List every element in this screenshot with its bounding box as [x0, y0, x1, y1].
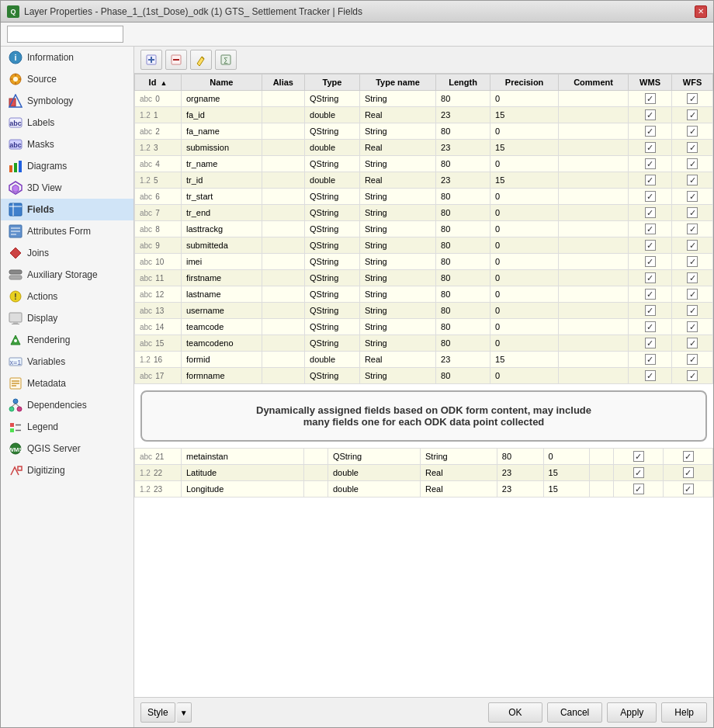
cell-wms[interactable]: ✓: [628, 237, 671, 254]
cell-wfs[interactable]: ✓: [672, 368, 713, 384]
cell-wms[interactable]: ✓: [628, 189, 671, 205]
sidebar-item-metadata[interactable]: Metadata: [1, 373, 133, 394]
calculator-button[interactable]: ∑: [215, 50, 237, 70]
sidebar-item-3dview[interactable]: 3D View: [1, 177, 133, 199]
cell-wms[interactable]: ✓: [628, 140, 671, 156]
sidebar-label-rendering: Rendering: [27, 335, 70, 345]
col-type[interactable]: Type: [305, 75, 360, 91]
cell-wfs[interactable]: ✓: [672, 237, 713, 254]
cell-precision: 0: [490, 123, 559, 140]
style-dropdown-button[interactable]: ▼: [177, 702, 192, 723]
cell-wms[interactable]: ✓: [614, 449, 664, 465]
cell-wms[interactable]: ✓: [628, 205, 671, 221]
cell-wms[interactable]: ✓: [628, 286, 671, 303]
sidebar-item-joins[interactable]: Joins: [1, 242, 133, 264]
cell-wms[interactable]: ✓: [628, 107, 671, 123]
cell-length: 80: [436, 123, 490, 140]
cell-wms[interactable]: ✓: [628, 335, 671, 352]
cell-wms[interactable]: ✓: [628, 303, 671, 319]
cell-wfs[interactable]: ✓: [664, 465, 713, 481]
sidebar-item-legend[interactable]: Legend: [1, 416, 133, 438]
cell-wfs[interactable]: ✓: [672, 172, 713, 189]
col-id[interactable]: Id ▲: [135, 75, 182, 91]
search-input[interactable]: [7, 26, 123, 43]
col-length[interactable]: Length: [436, 75, 490, 91]
cell-wfs[interactable]: ✓: [672, 286, 713, 303]
sidebar-item-masks[interactable]: abc Masks: [1, 133, 133, 155]
cell-wfs[interactable]: ✓: [672, 254, 713, 270]
col-wfs[interactable]: WFS: [672, 75, 713, 91]
sidebar-item-dependencies[interactable]: Dependencies: [1, 394, 133, 416]
delete-field-button[interactable]: [165, 50, 187, 70]
apply-button[interactable]: Apply: [607, 702, 657, 723]
edit-field-button[interactable]: [190, 50, 212, 70]
help-button[interactable]: Help: [661, 702, 707, 723]
cell-wfs[interactable]: ✓: [672, 123, 713, 140]
cell-wfs[interactable]: ✓: [672, 319, 713, 335]
sidebar-item-fields[interactable]: Fields: [1, 199, 133, 220]
sidebar-item-qgis-server[interactable]: WMS QGIS Server: [1, 438, 133, 459]
col-alias[interactable]: Alias: [262, 75, 304, 91]
cell-wms[interactable]: ✓: [628, 352, 671, 368]
cell-wfs[interactable]: ✓: [664, 481, 713, 497]
sidebar-item-diagrams[interactable]: Diagrams: [1, 155, 133, 177]
cell-alias: [262, 319, 304, 335]
cell-wfs[interactable]: ✓: [672, 156, 713, 172]
cancel-button[interactable]: Cancel: [547, 702, 602, 723]
cell-wms[interactable]: ✓: [628, 368, 671, 384]
cell-typename: Real: [359, 172, 435, 189]
col-typename[interactable]: Type name: [359, 75, 435, 91]
cell-wfs[interactable]: ✓: [672, 107, 713, 123]
cell-wfs[interactable]: ✓: [672, 303, 713, 319]
table-row: abc6 tr_start QString String 80 0 ✓ ✓: [135, 189, 713, 205]
style-button[interactable]: Style: [140, 702, 175, 723]
cell-wfs[interactable]: ✓: [664, 449, 713, 465]
sidebar-label-labels: Labels: [27, 117, 54, 128]
cell-wms[interactable]: ✓: [628, 221, 671, 237]
cell-wms[interactable]: ✓: [628, 123, 671, 140]
cell-length: 23: [436, 107, 490, 123]
cell-wfs[interactable]: ✓: [672, 221, 713, 237]
cell-wms[interactable]: ✓: [628, 270, 671, 286]
cell-wfs[interactable]: ✓: [672, 140, 713, 156]
sidebar-item-information[interactable]: i Information: [1, 47, 133, 68]
cell-wms[interactable]: ✓: [628, 172, 671, 189]
cell-wfs[interactable]: ✓: [672, 352, 713, 368]
col-name[interactable]: Name: [182, 75, 262, 91]
sidebar-label-dependencies: Dependencies: [27, 400, 87, 411]
col-comment[interactable]: Comment: [559, 75, 629, 91]
table-row: 1.216 formid double Real 23 15 ✓ ✓: [135, 352, 713, 368]
ok-button[interactable]: OK: [488, 702, 542, 723]
cell-wms[interactable]: ✓: [628, 254, 671, 270]
sidebar-item-auxiliary-storage[interactable]: Auxiliary Storage: [1, 264, 133, 286]
cell-wfs[interactable]: ✓: [672, 335, 713, 352]
sidebar-item-labels[interactable]: abc Labels: [1, 112, 133, 133]
sidebar-item-variables[interactable]: x=1 Variables: [1, 351, 133, 373]
cell-wms[interactable]: ✓: [628, 91, 671, 107]
cell-wfs[interactable]: ✓: [672, 189, 713, 205]
cell-wms[interactable]: ✓: [628, 319, 671, 335]
cell-wms[interactable]: ✓: [628, 156, 671, 172]
cell-wms[interactable]: ✓: [614, 465, 664, 481]
sidebar-item-display[interactable]: Display: [1, 307, 133, 329]
sidebar-item-rendering[interactable]: Rendering: [1, 329, 133, 351]
close-button[interactable]: ✕: [695, 5, 707, 18]
cell-wfs[interactable]: ✓: [672, 91, 713, 107]
table-row: abc12 lastname QString String 80 0 ✓ ✓: [135, 286, 713, 303]
col-wms[interactable]: WMS: [628, 75, 671, 91]
sidebar-item-actions[interactable]: ! Actions: [1, 286, 133, 307]
cell-length: 80: [497, 449, 543, 465]
cell-alias: [262, 368, 304, 384]
cell-wfs[interactable]: ✓: [672, 205, 713, 221]
col-precision[interactable]: Precision: [490, 75, 559, 91]
cell-wms[interactable]: ✓: [614, 481, 664, 497]
cell-wfs[interactable]: ✓: [672, 270, 713, 286]
cell-alias: [304, 449, 328, 465]
sidebar-item-attributes-form[interactable]: Attributes Form: [1, 220, 133, 242]
new-field-button[interactable]: [140, 50, 162, 70]
sidebar-item-digitizing[interactable]: Digitizing: [1, 459, 133, 481]
sidebar-item-symbology[interactable]: Symbology: [1, 90, 133, 112]
cell-alias: [262, 221, 304, 237]
cell-length: 80: [436, 189, 490, 205]
sidebar-item-source[interactable]: Source: [1, 68, 133, 90]
